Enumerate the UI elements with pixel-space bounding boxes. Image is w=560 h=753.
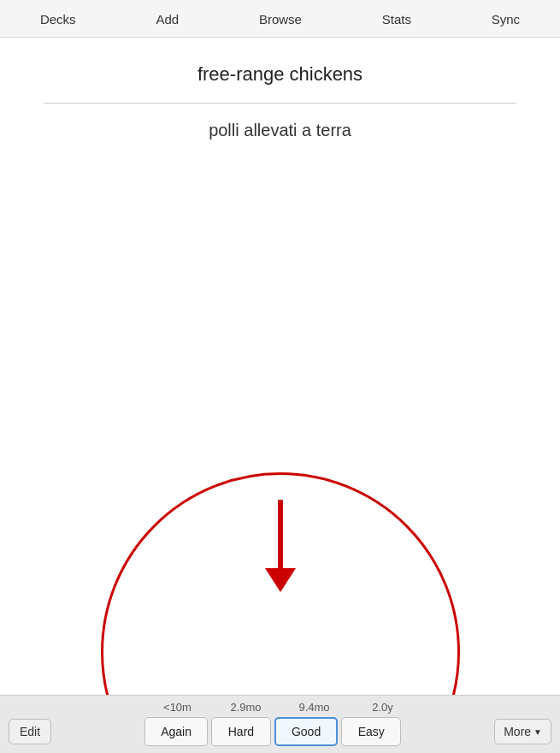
edit-button[interactable]: Edit [9,719,51,744]
arrow-head [265,568,296,592]
card-back: polli allevati a terra [209,112,351,149]
interval-easy: 2.0y [349,701,417,714]
nav-stats[interactable]: Stats [374,9,420,30]
interval-row: <10m 2.9mo 9.4mo 2.0y [9,701,551,714]
answer-bar: <10m 2.9mo 9.4mo 2.0y Edit Again Hard Go… [0,695,560,753]
nav-browse[interactable]: Browse [251,9,310,30]
interval-again: <10m [144,701,212,714]
good-button[interactable]: Good [274,717,338,746]
more-button[interactable]: More ▼ [494,719,551,744]
app-container: Decks Add Browse Stats Sync free-range c… [0,0,560,753]
arrow-shaft [278,500,283,568]
hard-button[interactable]: Hard [211,717,271,746]
nav-decks[interactable]: Decks [32,9,85,30]
interval-good: 9.4mo [280,701,349,714]
card-divider [44,103,517,104]
card-front: free-range chickens [197,55,363,94]
interval-hard: 2.9mo [212,701,280,714]
nav-add[interactable]: Add [147,9,187,30]
buttons-row: Edit Again Hard Good Easy More ▼ [9,717,551,746]
again-button[interactable]: Again [144,717,208,746]
card-area: free-range chickens polli allevati a ter… [0,38,560,695]
circle-annotation [101,472,460,695]
answer-buttons: Again Hard Good Easy [144,717,401,746]
arrow-annotation [265,500,296,592]
more-label: More [504,725,531,738]
top-nav: Decks Add Browse Stats Sync [0,0,560,38]
nav-sync[interactable]: Sync [483,9,528,30]
easy-button[interactable]: Easy [341,717,401,746]
dropdown-arrow-icon: ▼ [533,727,542,737]
